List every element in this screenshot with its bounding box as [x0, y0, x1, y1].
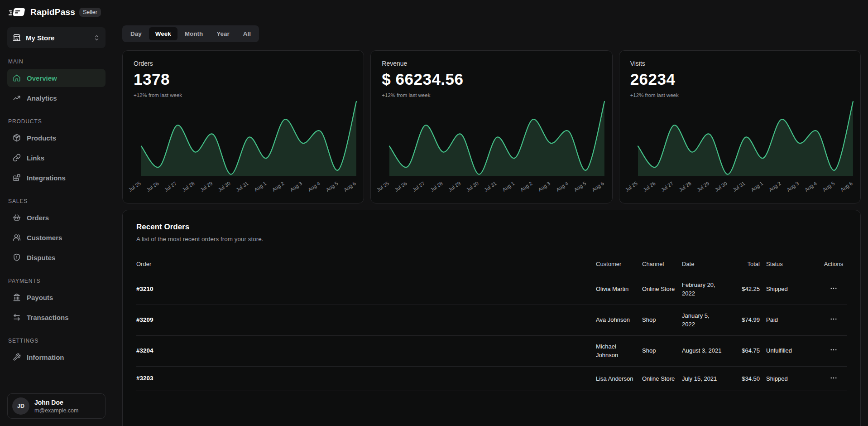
- x-axis-label: Aug 1: [750, 180, 764, 193]
- sidebar-item-overview[interactable]: Overview: [7, 69, 106, 87]
- x-axis-label: Jul 30: [465, 180, 480, 193]
- column-header-actions: Actions: [820, 255, 847, 274]
- stat-card-orders: Orders 1378 +12% from last week Jul 25Ju…: [122, 50, 364, 203]
- trending-up-icon: [13, 94, 21, 102]
- sidebar-item-products[interactable]: Products: [7, 129, 106, 147]
- nav-section-label-products: PRODUCTS: [8, 118, 105, 125]
- stat-card-head: Revenue $ 66234.56 +12% from last week: [371, 51, 612, 98]
- sidebar-item-disputes[interactable]: Disputes: [7, 248, 106, 266]
- total-cell: $64.75: [730, 340, 760, 362]
- sidebar-item-information[interactable]: Information: [7, 348, 106, 366]
- x-axis-label: Jul 29: [199, 180, 213, 193]
- column-header-total: Total: [730, 255, 760, 274]
- basket-icon: [13, 213, 21, 222]
- nav-section-label-settings: SETTINGS: [8, 338, 105, 344]
- customer-cell: Olivia Martin: [596, 278, 636, 300]
- channel-cell: Online Store: [642, 368, 676, 390]
- sidebar-item-analytics[interactable]: Analytics: [7, 89, 106, 107]
- x-axis-label: Jul 27: [163, 180, 177, 193]
- landmark-icon: [13, 293, 21, 301]
- user-card[interactable]: JD John Doe m@example.com: [7, 393, 106, 419]
- tab-year[interactable]: Year: [210, 27, 236, 40]
- x-axis-label: Aug 4: [804, 180, 818, 193]
- column-header-channel: Channel: [642, 255, 676, 274]
- sidebar-item-transactions[interactable]: Transactions: [7, 308, 106, 326]
- x-axis-label: Aug 4: [555, 180, 569, 193]
- row-actions-button[interactable]: [827, 314, 840, 325]
- sidebar-item-label: Customers: [27, 234, 62, 242]
- column-header-status: Status: [766, 255, 814, 274]
- x-axis-label: Jul 26: [642, 180, 656, 193]
- sidebar-item-payouts[interactable]: Payouts: [7, 288, 106, 306]
- id-cell: #3204: [136, 340, 590, 362]
- customer-cell: Lisa Anderson: [596, 368, 636, 390]
- store-switcher-button[interactable]: My Store: [7, 27, 106, 48]
- total-cell: $74.99: [730, 309, 760, 331]
- table-header-row: OrderCustomerChannelDateTotalStatusActio…: [136, 255, 847, 274]
- more-horizontal-icon: [830, 374, 838, 382]
- row-actions-button[interactable]: [827, 373, 840, 384]
- tab-day[interactable]: Day: [124, 27, 148, 40]
- tab-month[interactable]: Month: [178, 27, 209, 40]
- stat-label: Visits: [630, 60, 849, 67]
- tab-week[interactable]: Week: [149, 27, 177, 40]
- x-axis-label: Jul 27: [660, 180, 674, 193]
- more-horizontal-icon: [830, 284, 838, 292]
- row-actions-button[interactable]: [827, 283, 840, 295]
- total-cell: $42.25: [730, 278, 760, 300]
- sidebar-item-label: Orders: [27, 214, 49, 222]
- store-switcher-label: My Store: [26, 34, 88, 42]
- column-header-customer: Customer: [596, 255, 636, 274]
- date-cell: February 20, 2022: [682, 274, 724, 305]
- avatar: JD: [12, 397, 29, 415]
- sidebar-item-integrations[interactable]: Integrations: [7, 169, 106, 187]
- column-header-order: Order: [136, 255, 590, 274]
- nav-section-label-sales: SALES: [8, 198, 105, 204]
- id-cell: #3203: [136, 368, 590, 389]
- actions-cell: [820, 339, 847, 363]
- x-axis-label: Aug 6: [839, 180, 854, 193]
- stat-card-head: Visits 26234 +12% from last week: [619, 51, 860, 98]
- nav-section-label-payments: PAYMENTS: [8, 278, 105, 284]
- stat-chart: Jul 25Jul 26Jul 27Jul 28Jul 29Jul 30Jul …: [619, 99, 860, 203]
- stat-chart: Jul 25Jul 26Jul 27Jul 28Jul 29Jul 30Jul …: [371, 99, 612, 203]
- arrow-left-right-icon: [13, 313, 21, 321]
- status-cell: Shipped: [766, 278, 814, 300]
- x-axis-label: Jul 31: [483, 180, 497, 193]
- sparkline-chart: Jul 25Jul 26Jul 27Jul 28Jul 29Jul 30Jul …: [619, 99, 860, 203]
- package-icon: [13, 134, 21, 142]
- sidebar-item-customers[interactable]: Customers: [7, 228, 106, 247]
- blocks-icon: [13, 174, 21, 182]
- stat-label: Orders: [134, 60, 353, 67]
- table-row: #3210Olivia MartinOnline StoreFebruary 2…: [136, 274, 847, 305]
- id-cell: #3210: [136, 278, 590, 300]
- row-actions-button[interactable]: [827, 345, 840, 356]
- orders-table: OrderCustomerChannelDateTotalStatusActio…: [136, 255, 847, 391]
- store-icon: [13, 34, 21, 42]
- tab-all[interactable]: All: [237, 27, 257, 40]
- chevrons-up-down-icon: [93, 34, 100, 41]
- rapidpass-logo-icon: [8, 6, 26, 18]
- stat-card-head: Orders 1378 +12% from last week: [123, 51, 364, 98]
- sidebar-item-links[interactable]: Links: [7, 149, 106, 167]
- x-axis-label: Aug 3: [786, 180, 800, 193]
- panel-subtitle: A list of the most recent orders from yo…: [136, 236, 847, 242]
- x-axis-label: Aug 6: [343, 180, 357, 193]
- x-axis-label: Jul 27: [412, 180, 426, 193]
- x-axis-label: Jul 25: [128, 180, 142, 193]
- x-axis-label: Jul 25: [376, 180, 390, 193]
- date-cell: July 15, 2021: [682, 368, 724, 390]
- customer-cell: Michael Johnson: [596, 336, 636, 366]
- x-axis-label: Aug 3: [537, 180, 551, 193]
- x-axis-label: Jul 30: [714, 180, 728, 193]
- sidebar-nav: MAINOverviewAnalyticsPRODUCTSProductsLin…: [7, 48, 106, 367]
- sidebar-item-orders[interactable]: Orders: [7, 208, 106, 227]
- sparkline-chart: Jul 25Jul 26Jul 27Jul 28Jul 29Jul 30Jul …: [123, 99, 364, 203]
- sidebar-item-label: Products: [27, 134, 56, 142]
- user-email: m@example.com: [34, 407, 78, 414]
- recent-orders-panel: Recent Orders A list of the most recent …: [122, 210, 861, 426]
- x-axis-label: Jul 30: [217, 180, 231, 193]
- actions-cell: [820, 308, 847, 332]
- x-axis-label: Aug 2: [519, 180, 533, 193]
- users-icon: [13, 233, 21, 242]
